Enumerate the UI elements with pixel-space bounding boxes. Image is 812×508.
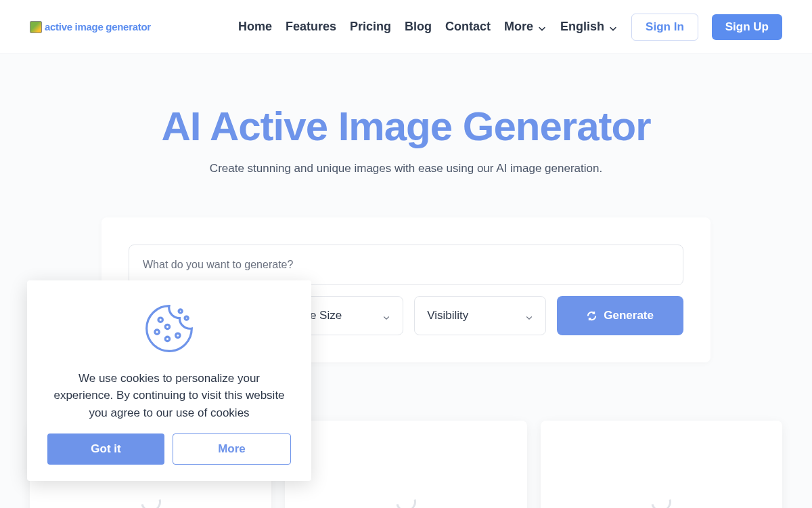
logo-text: active image generator <box>45 21 151 33</box>
nav-blog[interactable]: Blog <box>405 20 432 34</box>
hero-subtitle: Create stunning and unique images with e… <box>0 162 812 175</box>
generate-label: Generate <box>604 309 654 322</box>
chevron-down-icon <box>537 22 547 32</box>
loading-spinner-icon <box>648 488 675 508</box>
cookie-banner: We use cookies to personalize your exper… <box>27 280 311 482</box>
nav-contact[interactable]: Contact <box>445 20 491 34</box>
svg-point-4 <box>176 333 180 337</box>
svg-point-0 <box>158 317 162 321</box>
svg-point-2 <box>165 324 169 329</box>
nav-language[interactable]: English <box>560 20 618 34</box>
prompt-input[interactable] <box>129 245 683 285</box>
nav-language-label: English <box>560 20 604 34</box>
visibility-label: Visibility <box>427 309 468 322</box>
result-card <box>285 421 526 508</box>
result-card <box>541 421 782 508</box>
hero-title: AI Active Image Generator <box>0 103 812 150</box>
cookie-more-button[interactable]: More <box>173 433 291 465</box>
main-nav: Home Features Pricing Blog Contact More … <box>238 14 782 41</box>
nav-pricing[interactable]: Pricing <box>350 20 391 34</box>
cookie-icon <box>141 301 197 356</box>
nav-more[interactable]: More <box>504 20 547 34</box>
cookie-accept-button[interactable]: Got it <box>47 433 164 465</box>
generate-button[interactable]: Generate <box>557 296 683 335</box>
nav-features[interactable]: Features <box>286 20 336 34</box>
signin-button[interactable]: Sign In <box>631 14 698 41</box>
nav-home[interactable]: Home <box>238 20 272 34</box>
logo-icon <box>30 21 42 33</box>
loading-spinner-icon <box>137 488 164 508</box>
svg-point-6 <box>185 316 188 320</box>
loading-spinner-icon <box>392 488 420 508</box>
cookie-text: We use cookies to personalize your exper… <box>47 370 291 422</box>
chevron-down-icon <box>382 312 390 320</box>
site-header: active image generator Home Features Pri… <box>0 0 812 54</box>
nav-more-label: More <box>504 20 533 34</box>
signup-button[interactable]: Sign Up <box>712 14 782 40</box>
refresh-icon <box>587 311 597 321</box>
svg-point-1 <box>155 329 159 333</box>
logo[interactable]: active image generator <box>30 21 151 33</box>
chevron-down-icon <box>608 22 618 32</box>
svg-point-3 <box>165 337 169 341</box>
visibility-select[interactable]: Visibility <box>414 296 546 335</box>
chevron-down-icon <box>525 312 533 320</box>
svg-point-5 <box>179 309 182 312</box>
cookie-buttons: Got it More <box>47 433 291 465</box>
